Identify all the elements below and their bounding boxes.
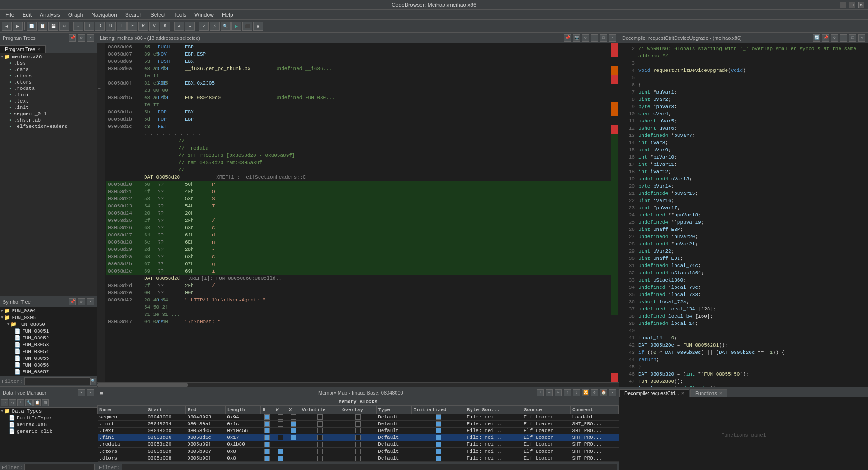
menu-item-select[interactable]: Select bbox=[147, 11, 169, 19]
toolbar-btn-11[interactable]: R bbox=[138, 22, 148, 31]
menu-item-help[interactable]: Help bbox=[218, 11, 237, 19]
listing-line[interactable]: fe ff bbox=[106, 101, 611, 108]
run-button[interactable]: ▶ bbox=[231, 22, 241, 31]
col-initialized[interactable]: Initialized bbox=[412, 406, 465, 414]
listing-line[interactable]: 08058d0a e8 a1 f3 CALL __i686.get_pc_thu… bbox=[106, 65, 611, 72]
prog-tree-pin-btn[interactable]: 📌 bbox=[69, 34, 76, 42]
sym-fun0804[interactable]: ▶ 📁 FUN_0804 bbox=[0, 307, 97, 314]
listing-h-scrollbar[interactable] bbox=[97, 382, 619, 387]
listing-data-line[interactable]: 08058d22 53 ?? 53h S bbox=[106, 195, 611, 202]
listing-line[interactable]: 08058d07 89 e5 MOV EBP,ESP bbox=[106, 51, 611, 58]
listing-data-line[interactable]: 08058d28 6e ?? 6Eh n bbox=[106, 239, 611, 246]
listing-data-line[interactable]: 08058d20 50 ?? 50h P bbox=[106, 181, 611, 188]
back-button[interactable]: ◀ bbox=[2, 22, 12, 31]
memory-map-content[interactable]: Name Start ↑ End Length R W X Volatile O… bbox=[97, 406, 619, 462]
tree-segment01[interactable]: ▪ segment_0.1 bbox=[0, 111, 97, 117]
toolbar-btn-1[interactable]: 📄 bbox=[27, 22, 37, 31]
decompile-snap-btn[interactable]: 📌 bbox=[822, 34, 829, 42]
listing-data-line[interactable]: 08058d23 54 ?? 54h T bbox=[106, 202, 611, 210]
memory-row[interactable]: .fini 08058d06 08058d1c 0x17 Default Fil… bbox=[98, 434, 619, 441]
toolbar-btn-18[interactable]: 🔍 bbox=[221, 22, 231, 31]
mm-btn7[interactable]: ⚙ bbox=[591, 389, 598, 396]
listing-snap-btn[interactable]: 📌 bbox=[564, 34, 571, 42]
datatype-close-btn[interactable]: ✕ bbox=[87, 389, 94, 396]
functions-tab[interactable]: Functions ✕ bbox=[690, 389, 727, 397]
sym-fun08055[interactable]: 📄 FUN_08055 bbox=[0, 355, 97, 362]
prog-tree-settings-btn[interactable]: ⚙ bbox=[78, 34, 85, 42]
col-type[interactable]: Type bbox=[376, 406, 411, 414]
sym-fun08054[interactable]: 📄 FUN_08054 bbox=[0, 348, 97, 355]
toolbar-btn-15[interactable]: ↪ bbox=[185, 22, 195, 31]
col-volatile[interactable]: Volatile bbox=[300, 406, 340, 414]
symbol-tree-settings-btn[interactable]: ⚙ bbox=[78, 298, 85, 306]
listing-settings-btn[interactable]: ⚙ bbox=[582, 34, 589, 42]
listing-line[interactable]: 08058d0f 81 c3 05 ADD EBX,0x2305 bbox=[106, 80, 611, 87]
mm-btn5[interactable]: ↓ bbox=[573, 389, 580, 396]
listing-data-line[interactable]: 08058d25 2f ?? 2Fh / bbox=[106, 217, 611, 224]
mm-btn2[interactable]: ✏ bbox=[546, 389, 553, 396]
functions-tab-close[interactable]: ✕ bbox=[719, 391, 722, 395]
col-overlay[interactable]: Overlay bbox=[340, 406, 376, 414]
symbol-filter-input[interactable] bbox=[24, 377, 90, 385]
listing-line[interactable]: 08058d06 55 PUSH EBP bbox=[106, 43, 611, 51]
menu-item-window[interactable]: Window bbox=[191, 11, 217, 19]
tree-data[interactable]: ▪ .data bbox=[0, 66, 97, 73]
dt-btn1[interactable]: ↩ bbox=[1, 399, 8, 406]
sym-fun0805[interactable]: ▼ 📁 FUN_0805 bbox=[0, 314, 97, 321]
listing-data-line[interactable]: 08058d24 20 ?? 20h bbox=[106, 210, 611, 217]
listing-data-line[interactable]: 08058d2c 69 ?? 69h i bbox=[106, 268, 611, 275]
minimize-button[interactable]: ─ bbox=[840, 2, 846, 8]
tree-text[interactable]: ▪ .text bbox=[0, 98, 97, 104]
listing-close-btn[interactable]: ✕ bbox=[609, 34, 616, 42]
toolbar-btn-3[interactable]: 💾 bbox=[48, 22, 58, 31]
memory-row[interactable]: .dtors 0805b008 0805b00f 0x8 Default Fil… bbox=[98, 455, 619, 461]
toolbar-btn-12[interactable]: V bbox=[149, 22, 159, 31]
dt-btn5[interactable]: 📋 bbox=[33, 399, 41, 406]
tree-root-item[interactable]: ▼ 📁 meihao.x86 bbox=[0, 53, 97, 60]
menu-item-analysis[interactable]: Analysis bbox=[36, 11, 64, 19]
dt-meihao[interactable]: 📄 meihao.x86 bbox=[0, 421, 97, 428]
col-w[interactable]: W bbox=[274, 406, 287, 414]
menu-item-navigation[interactable]: Navigation bbox=[88, 11, 121, 19]
program-tree-tab[interactable]: Program Tree ✕ bbox=[0, 45, 46, 53]
mm-add-btn[interactable]: + bbox=[537, 389, 544, 396]
sym-fun08050[interactable]: ▼ 📁 FUN_08050 bbox=[0, 321, 97, 328]
listing-data-line2[interactable]: 08058d2e 00 ?? 00h bbox=[106, 289, 611, 296]
toolbar-btn-6[interactable]: I bbox=[84, 22, 94, 31]
menu-item-graph[interactable]: Graph bbox=[65, 11, 87, 19]
listing-ds-line2[interactable]: 08058d47 04 0a 40 ds "\r\nHost: " bbox=[106, 318, 611, 325]
col-r[interactable]: R bbox=[260, 406, 274, 414]
listing-camera-btn[interactable]: 📷 bbox=[573, 34, 580, 42]
col-x[interactable]: X bbox=[287, 406, 300, 414]
sym-fun08053[interactable]: 📄 FUN_08053 bbox=[0, 341, 97, 348]
decompile-settings-btn[interactable]: ⚙ bbox=[831, 34, 838, 42]
toolbar-btn-20[interactable]: ◉ bbox=[253, 22, 263, 31]
sym-fun08052[interactable]: 📄 FUN_08052 bbox=[0, 334, 97, 341]
listing-line[interactable]: 08058d1b 5d POP EBP bbox=[106, 116, 611, 123]
tree-fini[interactable]: ▪ .fini bbox=[0, 92, 97, 98]
symbol-tree-close-btn[interactable]: ✕ bbox=[87, 298, 94, 306]
symbol-filter-btn[interactable]: 🔍 bbox=[90, 378, 96, 385]
tree-ctors[interactable]: ▪ .ctors bbox=[0, 79, 97, 85]
decompile-bottom-tab[interactable]: Decompile: requestCtrl... ✕ bbox=[619, 389, 689, 397]
toolbar-btn-14[interactable]: ↩ bbox=[174, 22, 184, 31]
toolbar-btn-7[interactable]: D bbox=[95, 22, 105, 31]
col-comment[interactable]: Comment bbox=[570, 406, 618, 414]
toolbar-btn-5[interactable]: ↓ bbox=[73, 22, 83, 31]
decompile-hide-btn[interactable]: — bbox=[840, 34, 847, 42]
memory-row[interactable]: .init 08048094 080480af 0x1c Default Fil… bbox=[98, 421, 619, 428]
listing-h-scrollbar-thumb[interactable] bbox=[97, 383, 188, 387]
tree-dtors[interactable]: ▪ .dtors bbox=[0, 73, 97, 79]
toolbar-btn-8[interactable]: U bbox=[106, 22, 116, 31]
toolbar-btn-9[interactable]: L bbox=[117, 22, 127, 31]
menu-item-edit[interactable]: Edit bbox=[19, 11, 35, 19]
listing-data-line[interactable]: 08058d27 64 ?? 64h d bbox=[106, 231, 611, 239]
listing-content[interactable]: → 08058d06 55 PUSH EBP 08058d07 89 e5 bbox=[97, 43, 611, 382]
listing-line[interactable]: 08058d09 53 PUSH EBX bbox=[106, 58, 611, 65]
memory-row[interactable]: .ctors 0805b000 0805b007 0x8 Default Fil… bbox=[98, 448, 619, 455]
decompile-refresh-btn[interactable]: 🔄 bbox=[813, 34, 820, 42]
sym-fun08056[interactable]: 📄 FUN_08056 bbox=[0, 362, 97, 368]
mm-btn3[interactable]: ✂ bbox=[555, 389, 562, 396]
memory-row[interactable]: .rodata 08058d20 0805a89f 0x1b80 Default… bbox=[98, 441, 619, 448]
toolbar-btn-4[interactable]: ✂ bbox=[59, 22, 69, 31]
